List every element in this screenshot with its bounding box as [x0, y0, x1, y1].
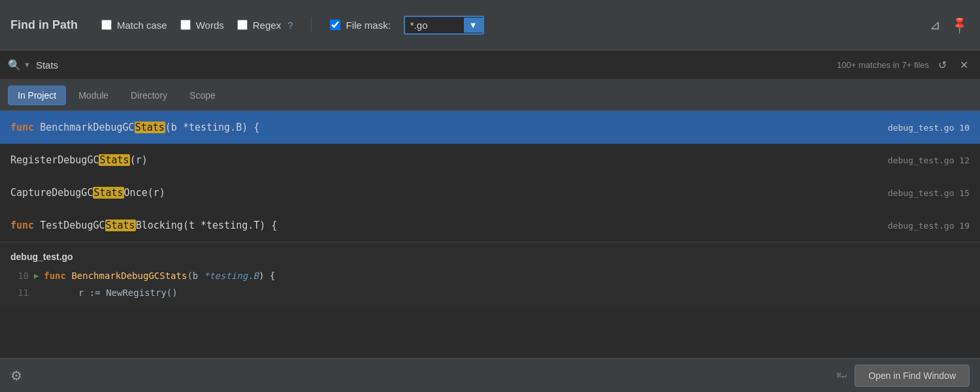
result-prefix: RegisterDebugGC [10, 154, 99, 166]
result-file: debug_test.go 15 [888, 188, 970, 198]
result-text: func BenchmarkDebugGCStats(b *testing.B)… [10, 122, 888, 133]
code-text: r := NewRegistry() [52, 287, 178, 298]
refresh-button[interactable]: ↺ [934, 57, 951, 73]
result-prefix: BenchmarkDebugGC [40, 122, 135, 133]
regex-checkbox[interactable] [237, 20, 248, 30]
match-count: 100+ matches in 7+ files [837, 60, 929, 70]
search-bar: 🔍 ▼ 100+ matches in 7+ files ↺ ✕ [0, 50, 980, 80]
highlight-match: Stats [99, 154, 129, 166]
result-text: RegisterDebugGCStats(r) [10, 154, 888, 166]
words-checkbox[interactable] [180, 20, 191, 30]
func-keyword: func [10, 122, 40, 133]
scope-tabs: In Project Module Directory Scope [0, 80, 980, 111]
table-row[interactable]: CaptureDebugGCStatsOnce(r) debug_test.go… [0, 176, 980, 209]
header-actions: ⊿ 📌 [927, 14, 970, 35]
type-keyword: *testing.B [204, 270, 259, 281]
file-mask-label[interactable]: File mask: [346, 20, 390, 31]
result-suffix: Once(r) [124, 187, 165, 199]
shortcut-label: ⌘↵ [837, 370, 847, 380]
result-file: debug_test.go 19 [888, 221, 970, 231]
run-icon[interactable]: ▶ [34, 271, 39, 280]
result-text: func TestDebugGCStatsBlocking(t *testing… [10, 220, 888, 231]
regex-label[interactable]: Regex [253, 20, 281, 31]
table-row[interactable]: func TestDebugGCStatsBlocking(t *testing… [0, 209, 980, 242]
search-input[interactable] [36, 59, 832, 71]
table-row[interactable]: RegisterDebugGCStats(r) debug_test.go 12 [0, 144, 980, 176]
result-text: CaptureDebugGCStatsOnce(r) [10, 187, 888, 199]
words-label[interactable]: Words [196, 20, 224, 31]
result-prefix: CaptureDebugGC [10, 187, 93, 199]
tab-directory[interactable]: Directory [121, 86, 177, 105]
results-list: func BenchmarkDebugGCStats(b *testing.B)… [0, 111, 980, 242]
tab-scope[interactable]: Scope [180, 86, 225, 105]
regex-group: Regex ? [237, 20, 293, 31]
search-dropdown-arrow[interactable]: ▼ [24, 61, 31, 69]
func-keyword: func [10, 220, 40, 231]
match-case-checkbox[interactable] [101, 20, 112, 30]
regex-help-icon[interactable]: ? [287, 20, 293, 31]
highlight-match: Stats [93, 187, 123, 199]
param-open: (b [187, 270, 203, 281]
line-number: 11 [10, 287, 29, 298]
func-keyword: func [44, 270, 71, 281]
result-suffix: Blocking(t *testing.T) { [136, 220, 278, 231]
close-search-button[interactable]: ✕ [956, 57, 972, 73]
file-mask-group: File mask: [330, 20, 390, 31]
tab-module[interactable]: Module [69, 86, 118, 105]
table-row[interactable]: func BenchmarkDebugGCStats(b *testing.B)… [0, 111, 980, 144]
file-mask-input[interactable] [405, 17, 464, 33]
match-case-group: Match case [101, 20, 167, 31]
file-mask-checkbox[interactable] [330, 20, 340, 30]
pin-button[interactable]: 📌 [946, 11, 973, 39]
open-find-window-button[interactable]: Open in Find Window [855, 365, 970, 387]
function-name: BenchmarkDebugGCStats [71, 270, 187, 281]
header-bar: Find in Path Match case Words Regex ? Fi… [0, 0, 980, 50]
tab-in-project[interactable]: In Project [8, 86, 66, 105]
file-mask-dropdown-button[interactable]: ▼ [464, 18, 483, 33]
highlight-match: Stats [105, 220, 136, 231]
code-content: r := NewRegistry() [52, 287, 178, 298]
match-case-label[interactable]: Match case [117, 20, 167, 31]
code-content: func BenchmarkDebugGCStats(b *testing.B)… [44, 270, 275, 281]
filter-button[interactable]: ⊿ [927, 14, 943, 35]
result-suffix: (b *testing.B) { [165, 122, 260, 133]
result-file: debug_test.go 12 [888, 155, 970, 165]
bottom-bar: ⚙ ⌘↵ Open in Find Window [0, 358, 980, 392]
line-number: 10 [10, 270, 29, 281]
result-suffix: (r) [130, 154, 148, 166]
result-prefix: TestDebugGC [40, 220, 105, 231]
preview-filename: debug_test.go [0, 249, 980, 267]
settings-button[interactable]: ⚙ [10, 368, 22, 384]
code-line: 11 r := NewRegistry() [0, 284, 980, 301]
panel-title: Find in Path [10, 18, 78, 32]
header-divider [311, 17, 312, 33]
code-preview: debug_test.go 10 ▶ func BenchmarkDebugGC… [0, 242, 980, 308]
brace: ) { [259, 270, 275, 281]
code-line: 10 ▶ func BenchmarkDebugGCStats(b *testi… [0, 267, 980, 284]
result-file: debug_test.go 10 [888, 123, 970, 133]
file-mask-input-wrapper: ▼ [404, 16, 484, 35]
highlight-match: Stats [135, 122, 165, 133]
search-icon-wrapper: 🔍 ▼ [8, 59, 31, 71]
words-group: Words [180, 20, 224, 31]
search-icon: 🔍 [8, 59, 21, 71]
